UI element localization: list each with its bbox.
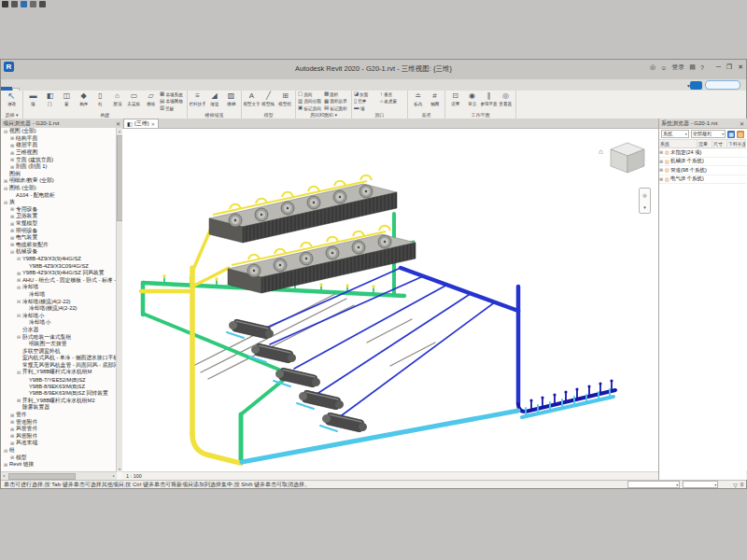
ribbon-tool[interactable]: ↖ 修改 (3, 91, 21, 112)
ribbon-tool[interactable]: ◧ 门 (42, 91, 58, 112)
tree-item[interactable]: 冷却塔 (1, 291, 117, 299)
ribbon-tool[interactable]: ▦ 幕墙系统 (160, 91, 185, 98)
ribbon-tool[interactable]: ∥ 参照平面 (481, 91, 497, 112)
close-view-icon[interactable]: ✕ (151, 121, 155, 127)
cooling-tower-bank-rear[interactable] (209, 175, 397, 243)
tree-item[interactable]: ⊞ 风管附件 (1, 433, 117, 441)
ribbon-tool[interactable]: ▥ 竖梃 (160, 105, 185, 112)
ribbon-tool[interactable]: ◉ 显示 (464, 91, 480, 112)
tree-item[interactable]: A104 - 配电箱柜 (1, 191, 117, 199)
scroll-left-icon[interactable]: ◂ (1, 472, 7, 479)
ribbon-tool[interactable]: ▯ 竖井 (354, 98, 379, 105)
tree-item[interactable]: ⊞ 管道附件 (1, 418, 117, 426)
ribbon-tool[interactable]: ▢ 房间 (298, 91, 323, 98)
steering-wheel-icon[interactable]: ◎ (642, 192, 646, 198)
ribbon-tool[interactable]: ⊡ 设置 (447, 91, 463, 112)
ribbon-tool[interactable]: ⌂ 老虎窗 (380, 98, 405, 105)
ribbon-tool[interactable]: ▱ 楼板 (143, 91, 159, 112)
filter-icon[interactable]: ▽ (733, 482, 738, 488)
close-icon[interactable]: ✕ (116, 120, 120, 127)
tree-item[interactable]: ⊟ 机械设备 (1, 248, 117, 256)
tree-item[interactable]: ⊞ 开利_Y98B螺杆式冷水机组M2 (1, 398, 117, 405)
overlay-icon[interactable] (21, 1, 27, 7)
scale-control[interactable]: 1 : 100 (126, 473, 142, 479)
tree-item[interactable]: ⊞ 模型 (1, 454, 117, 461)
tree-item[interactable]: 分水器 (1, 327, 117, 334)
restore-button[interactable]: ❐ (726, 63, 732, 71)
plugin-pill-button[interactable] (705, 80, 740, 90)
tree-item[interactable]: ⊟ 视图 (全部) (1, 128, 117, 135)
tree-item[interactable]: 室内机式风机 - 单冷 - 侧面进水接口平板盖 (1, 355, 117, 362)
tree-item[interactable]: ⊟ Y98B-4Z9/X3(9)4HG/SZ (1, 256, 117, 263)
overlay-icon[interactable] (2, 1, 8, 7)
design-options-dropdown[interactable]: ▾ (683, 481, 718, 488)
tree-item[interactable]: Y98B-8/9EK63/M(B)SZ 回转装置 (1, 390, 117, 398)
ribbon-tool[interactable]: ▨ 楼梯 (223, 91, 239, 112)
tree-item[interactable]: ⊟ 族 (1, 199, 117, 206)
chiller-units[interactable] (228, 318, 369, 434)
ribbon-tool[interactable]: ◪ 按面 (354, 91, 379, 98)
column-header[interactable]: 下料长度 (727, 140, 746, 147)
scroll-right-icon[interactable]: ▸ (111, 472, 117, 479)
revit-logo[interactable]: R (4, 62, 14, 72)
scroll-thumb[interactable] (8, 473, 76, 480)
column-settings-icon[interactable]: ▦ (727, 131, 735, 138)
view-tab-3d[interactable]: ◧ {三维} ✕ (123, 119, 159, 128)
tree-item[interactable]: ⊞ 风道末端 (1, 440, 117, 447)
tree-item[interactable]: ⊟ 冷却塔小 (1, 312, 117, 319)
ribbon-tool[interactable]: ▭ 天花板 (126, 91, 142, 112)
overlay-icon[interactable] (11, 1, 18, 7)
ribbon-tool[interactable]: ▤ 幕墙网格 (160, 98, 185, 105)
tree-item[interactable]: Y98B-4Z9/X3C09/4G/SZ (1, 262, 117, 270)
close-button[interactable]: ✕ (738, 63, 743, 71)
workset-dropdown[interactable]: ▾ (627, 481, 680, 488)
column-header[interactable]: 流量 (698, 140, 712, 147)
tree-item[interactable]: ⊞ 楼层平面 (1, 142, 117, 149)
tree-item[interactable]: ⊞ 明细表/数量 (全部) (1, 177, 117, 185)
tree-item[interactable]: 冷却塔(横流)4(2-22) (1, 305, 117, 313)
tree-item[interactable]: ⊟ 组 (1, 447, 117, 455)
view-type-dropdown[interactable]: 系统▾ (661, 130, 689, 138)
ribbon-tool[interactable]: ▦ 面积边界 (324, 98, 349, 105)
system-row[interactable]: ⊞ ▨ 电气(8 个系统) (659, 175, 746, 185)
ribbon-tool[interactable]: ≡ 栏杆扶手 (190, 91, 205, 112)
tree-item[interactable]: ⊟ 冷却塔(横流)4(2-22) (1, 298, 117, 305)
ribbon-tool[interactable]: ◎ 查看器 (498, 91, 514, 112)
column-header[interactable]: 尺寸 (712, 140, 727, 147)
ribbon-tool[interactable]: ▩ 面积 (324, 91, 349, 98)
tree-item[interactable]: ⊟ 图纸 (全部) (1, 185, 117, 192)
tree-item[interactable]: ⊞ 常规模型 (1, 220, 117, 228)
search-icon[interactable]: ◎ (650, 63, 655, 71)
ribbon-tool[interactable]: ↕ 垂直 (380, 91, 405, 98)
navigation-bar[interactable]: ◎ ▾ (639, 188, 651, 214)
view-cube[interactable]: ⌂ (597, 141, 655, 184)
tree-item[interactable]: ⊞ Y98B-4Z9/X3(9)4HG/SZ 回风装置 (1, 270, 117, 277)
ribbon-tool[interactable]: ╱ 模型线 (261, 91, 276, 112)
ribbon-tool[interactable]: ◆ 构件 (76, 91, 92, 112)
system-row[interactable]: ⊞ ▨ 未指定(24 项) (659, 148, 746, 158)
tree-item[interactable]: ⊞ 照明设备 (1, 227, 117, 234)
discipline-dropdown[interactable]: 全部规程▾ (691, 130, 726, 138)
minimize-button[interactable]: ─ (716, 63, 721, 71)
user-icon[interactable]: ☺ (660, 64, 667, 71)
tree-item[interactable]: Y98B-7/YEE52/M(B)SZ (1, 376, 117, 384)
ribbon-tool[interactable]: A 模型文字 (244, 91, 260, 112)
tree-item[interactable]: ⊞ 卫浴装置 (1, 213, 117, 220)
ribbon-tool[interactable]: ▣ 标记房间 (298, 105, 323, 112)
system-row[interactable]: ⊞ ▨ 管道(98 个系统) (659, 166, 746, 175)
ribbon-tool[interactable]: ⌂ 屋顶 (109, 91, 125, 112)
tree-item[interactable]: ⊟ 开利_Y98B螺杆式冷水机组M (1, 369, 117, 376)
close-icon[interactable]: ✕ (740, 120, 744, 127)
browser-vertical-scrollbar[interactable]: ▴ ▾ (116, 128, 122, 472)
tree-item[interactable]: ⊞ 管件 (1, 412, 117, 419)
tree-item[interactable]: ⊟ 冷却塔 (1, 284, 117, 291)
plugin-badge-icon[interactable] (690, 81, 702, 90)
tree-item[interactable]: ⊞ 专用设备 (1, 206, 117, 214)
store-icon[interactable]: ▤ (689, 63, 696, 71)
tree-item[interactable]: 常规无风管风机盘管 - 四面回风 - 底部回风 (1, 362, 117, 370)
ribbon-tool[interactable]: ▤ 标记面积 (324, 105, 349, 112)
tree-item[interactable]: 冷却塔小 (1, 319, 117, 327)
system-row[interactable]: ⊞ ▨ 机械(8 个系统) (659, 158, 746, 167)
tree-item[interactable]: 明装图一左接管 (1, 341, 117, 348)
column-header[interactable]: 系统 (659, 140, 698, 147)
